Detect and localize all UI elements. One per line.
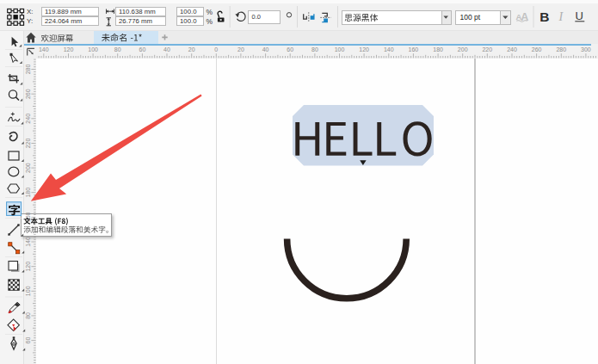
svg-text:160: 160 xyxy=(409,46,419,52)
svg-text:60: 60 xyxy=(287,46,293,52)
svg-text:0: 0 xyxy=(214,46,218,52)
svg-text:120: 120 xyxy=(25,262,31,272)
svg-text:100: 100 xyxy=(25,286,31,296)
svg-text:140: 140 xyxy=(39,46,49,52)
svg-text:X:: X: xyxy=(27,8,34,15)
svg-text:20: 20 xyxy=(237,46,244,52)
svg-text:80: 80 xyxy=(114,46,121,52)
svg-text:280: 280 xyxy=(556,46,566,52)
svg-text:260: 260 xyxy=(25,89,31,99)
svg-text:80: 80 xyxy=(25,312,31,319)
svg-text:220: 220 xyxy=(25,139,31,149)
svg-text:Y:: Y: xyxy=(27,17,33,25)
svg-text:120: 120 xyxy=(359,46,369,52)
svg-text:140: 140 xyxy=(384,46,394,52)
svg-text:180: 180 xyxy=(433,46,443,52)
svg-text:140: 140 xyxy=(25,237,31,247)
svg-text:200: 200 xyxy=(458,46,468,52)
svg-text:240: 240 xyxy=(507,46,517,52)
svg-text:120: 120 xyxy=(64,46,74,52)
svg-text:100: 100 xyxy=(88,46,98,52)
svg-text:%: % xyxy=(207,8,213,16)
svg-text:260: 260 xyxy=(532,46,542,52)
svg-text:20: 20 xyxy=(188,46,195,52)
svg-text:100: 100 xyxy=(335,46,345,52)
svg-text:B: B xyxy=(539,9,549,24)
svg-text:A: A xyxy=(521,11,528,23)
svg-text:80: 80 xyxy=(311,46,318,52)
svg-text:60: 60 xyxy=(25,337,31,344)
svg-text:200: 200 xyxy=(25,163,31,173)
svg-text:300: 300 xyxy=(581,46,591,52)
svg-text:60: 60 xyxy=(139,46,146,52)
svg-text:220: 220 xyxy=(482,46,492,52)
svg-text:40: 40 xyxy=(163,46,170,52)
svg-text:U: U xyxy=(575,9,583,22)
svg-text:40: 40 xyxy=(262,46,269,52)
svg-text:240: 240 xyxy=(25,114,31,124)
svg-text:%: % xyxy=(207,17,213,26)
svg-text:I: I xyxy=(558,10,564,23)
svg-text:180: 180 xyxy=(25,188,31,198)
svg-text:280: 280 xyxy=(25,65,31,75)
